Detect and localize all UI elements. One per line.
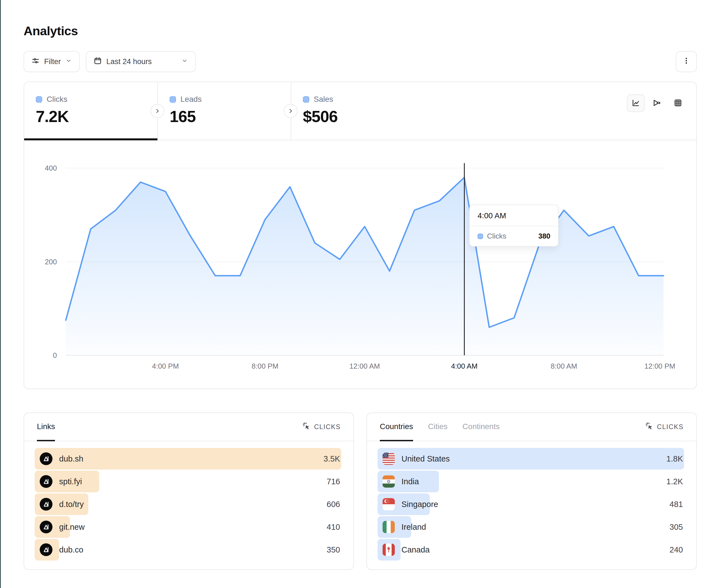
- tab-clicks[interactable]: Clicks 7.2K: [24, 82, 157, 140]
- clicks-area-chart[interactable]: 4:00 AM Clicks 380 4002000: [66, 168, 664, 355]
- links-panel-header: Links CLICKS: [24, 413, 353, 441]
- row-label: spti.fyi: [59, 477, 82, 486]
- chevron-down-icon: [65, 58, 72, 66]
- row-value: 350: [327, 545, 341, 555]
- grid-table-icon: [673, 98, 683, 108]
- row-value: 240: [670, 545, 684, 555]
- metric-label: CLICKS: [657, 423, 684, 431]
- row-value: 716: [327, 477, 341, 486]
- chevron-down-icon: [181, 58, 188, 66]
- link-row-dub-co[interactable]: dub.co 350: [35, 539, 341, 561]
- countries-panel: Countries Cities Continents CLICKS Un: [366, 412, 697, 570]
- tab-leads[interactable]: Leads 165: [157, 82, 291, 140]
- date-range-label: Last 24 hours: [106, 58, 152, 66]
- tab-cities[interactable]: Cities: [428, 413, 448, 441]
- stat-label: Sales: [314, 95, 333, 104]
- row-value: 305: [670, 523, 684, 532]
- link-row-d-to-try[interactable]: d.to/try 606: [35, 493, 341, 515]
- tab-continents[interactable]: Continents: [462, 413, 500, 441]
- country-row-united-states[interactable]: United States 1.8K: [378, 448, 684, 470]
- calendar-icon: [93, 56, 102, 67]
- funnel-chart-icon: [652, 98, 661, 108]
- more-options-button[interactable]: [676, 51, 697, 72]
- x-axis-label: 4:00 PM: [152, 362, 179, 370]
- row-value: 1.2K: [666, 477, 684, 486]
- stat-expand-leads-button[interactable]: [284, 104, 298, 118]
- analytics-chart-card: Clicks 7.2K Leads 165 Sales $506: [24, 82, 697, 389]
- filter-button-label: Filter: [44, 58, 61, 66]
- link-row-spti-fyi[interactable]: spti.fyi 716: [35, 471, 341, 492]
- row-label: United States: [402, 454, 450, 463]
- links-list: dub.sh 3.5K spti.fyi 716 d.to/try 606 gi…: [24, 441, 353, 569]
- toolbar: Filter Last 24 hours: [24, 51, 697, 72]
- canada-flag-icon: [383, 544, 395, 556]
- country-row-singapore[interactable]: Singapore 481: [378, 493, 684, 515]
- ireland-flag-icon: [383, 521, 395, 533]
- tooltip-title: 4:00 AM: [470, 205, 558, 226]
- countries-list: United States 1.8K India 1.2K Singapore …: [367, 441, 696, 569]
- chart-region: 4:00 AM Clicks 380 4002000 4:00 PM8:00 P…: [24, 168, 696, 389]
- filter-button[interactable]: Filter: [24, 51, 80, 72]
- stats-row: Clicks 7.2K Leads 165 Sales $506: [24, 82, 696, 140]
- tooltip-series-label: Clicks: [487, 232, 506, 241]
- row-label: git.new: [59, 523, 85, 532]
- dub-logo-icon: [40, 498, 52, 511]
- line-chart-toggle-button[interactable]: [627, 94, 645, 112]
- funnel-chart-toggle-button[interactable]: [648, 94, 666, 112]
- sales-legend-icon: [303, 96, 309, 103]
- chart-tooltip: 4:00 AM Clicks 380: [469, 205, 559, 247]
- stat-label: Clicks: [47, 95, 67, 104]
- tooltip-legend-icon: [477, 233, 483, 239]
- page-edge-accent: [0, 0, 1, 588]
- tab-countries[interactable]: Countries: [380, 413, 413, 441]
- countries-metric-selector[interactable]: CLICKS: [645, 413, 684, 441]
- tab-links[interactable]: Links: [37, 413, 55, 441]
- x-axis-label: 8:00 AM: [551, 362, 577, 370]
- us-flag-icon: [383, 453, 395, 465]
- line-chart-icon: [631, 98, 640, 108]
- link-row-dub-sh[interactable]: dub.sh 3.5K: [35, 448, 341, 470]
- row-label: dub.sh: [59, 454, 83, 463]
- x-axis: 4:00 PM8:00 PM12:00 AM4:00 AM8:00 AM12:0…: [66, 359, 664, 374]
- y-axis-label: 200: [45, 257, 57, 266]
- row-value: 410: [327, 523, 341, 532]
- table-view-toggle-button[interactable]: [669, 94, 687, 112]
- cursor-click-icon: [302, 422, 311, 432]
- row-label: Ireland: [402, 523, 426, 532]
- date-range-button[interactable]: Last 24 hours: [86, 51, 196, 72]
- tooltip-value: 380: [538, 232, 550, 241]
- row-value: 3.5K: [323, 454, 341, 463]
- link-row-git-new[interactable]: git.new 410: [35, 516, 341, 538]
- row-value: 1.8K: [666, 454, 684, 463]
- row-value: 606: [327, 500, 341, 509]
- country-row-india[interactable]: India 1.2K: [378, 471, 684, 492]
- x-axis-label: 4:00 AM: [451, 362, 477, 370]
- analytics-page: Analytics Filter Last 24 hours: [0, 0, 711, 583]
- filter-icon: [31, 56, 40, 67]
- chart-hover-line: [464, 163, 465, 355]
- row-label: dub.co: [59, 545, 83, 555]
- chart-type-toggles: [627, 94, 687, 112]
- links-metric-selector[interactable]: CLICKS: [302, 413, 341, 441]
- india-flag-icon: [383, 475, 395, 488]
- stat-value: 7.2K: [36, 107, 157, 126]
- y-axis-label: 0: [53, 351, 57, 360]
- cursor-click-icon: [645, 422, 653, 432]
- row-label: Canada: [402, 545, 430, 555]
- dub-logo-icon: [40, 475, 52, 488]
- row-label: India: [402, 477, 419, 486]
- singapore-flag-icon: [383, 498, 395, 510]
- x-axis-label: 12:00 AM: [349, 362, 380, 370]
- stat-value: 165: [170, 107, 291, 126]
- row-value: 481: [670, 500, 684, 509]
- dub-logo-icon: [40, 543, 52, 556]
- stat-label: Leads: [180, 95, 201, 104]
- stat-expand-clicks-button[interactable]: [150, 104, 164, 118]
- chart-canvas: [66, 168, 664, 355]
- country-row-canada[interactable]: Canada 240: [378, 539, 684, 561]
- country-row-ireland[interactable]: Ireland 305: [378, 516, 684, 538]
- row-label: Singapore: [402, 500, 438, 509]
- x-axis-label: 12:00 PM: [644, 362, 675, 370]
- links-panel: Links CLICKS dub.sh 3.5K spti.fyi: [24, 412, 354, 570]
- leads-legend-icon: [170, 96, 176, 103]
